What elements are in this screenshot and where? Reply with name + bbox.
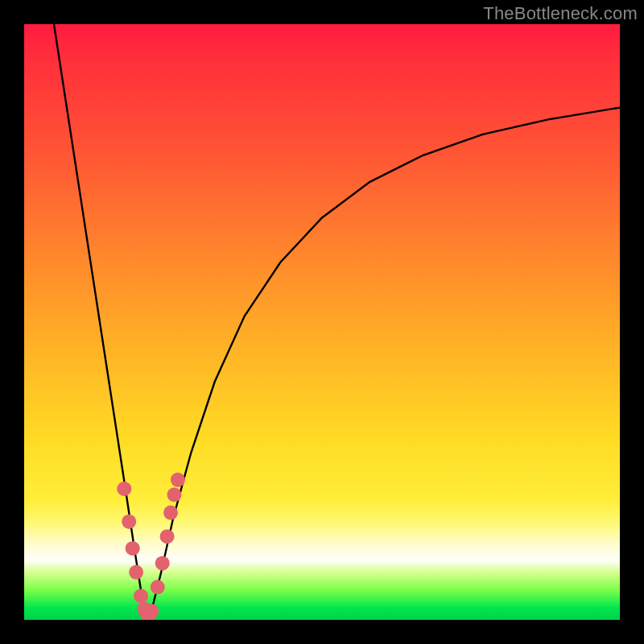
chart-frame: TheBottleneck.com [0,0,644,644]
marker-dot [167,488,181,502]
marker-dot [122,514,136,529]
marker-dot [151,580,165,594]
marker-dot [134,588,148,603]
marker-dot [117,481,131,496]
marker-dot [163,506,178,520]
marker-dot [144,604,159,618]
marker-dot [160,529,175,543]
marker-dots-layer [117,473,185,620]
bottleneck-curve-right [148,108,620,618]
curve-layer [54,24,620,618]
bottleneck-curve-left [54,24,148,618]
marker-dot [171,473,185,487]
plot-area [24,24,620,620]
marker-dot [155,556,170,571]
chart-svg [24,24,620,620]
marker-dot [129,565,143,580]
marker-dot [126,541,140,555]
watermark-text: TheBottleneck.com [483,3,638,24]
